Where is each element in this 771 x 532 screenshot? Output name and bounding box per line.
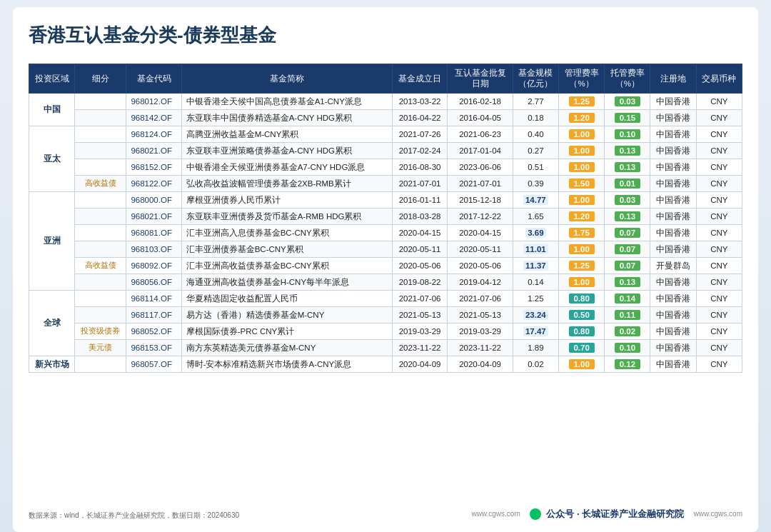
currency-cell: CNY	[696, 340, 742, 356]
size-cell: 0.14	[513, 274, 558, 291]
table-row: 新兴市场968057.OF博时-安本标准精选新兴市场债券A-CNY派息2020-…	[29, 356, 742, 373]
mgmt-fee-cell: 1.25	[558, 258, 604, 274]
currency-cell: CNY	[696, 258, 742, 274]
name-cell: 博时-安本标准精选新兴市场债券A-CNY派息	[181, 356, 392, 373]
table-row: 高收益债968122.OF弘收高收益波幅管理债券基金2XB-RMB累计2021-…	[29, 176, 742, 192]
name-cell: 东亚联丰亚洲策略债券基金A-CNY HDG累积	[181, 143, 392, 159]
code-cell: 968012.OF	[126, 94, 181, 110]
custody-fee-cell: 0.15	[605, 110, 650, 126]
footer: 数据来源：wind，长城证券产业金融研究院，数据日期：20240630 www.…	[29, 508, 742, 521]
name-cell: 东亚联丰中国债券精选基金A-CNY HDG累积	[181, 110, 392, 126]
currency-cell: CNY	[696, 274, 742, 291]
region-cell: 亚洲	[29, 192, 75, 291]
approve-date-cell: 2016-04-05	[448, 110, 513, 126]
custody-fee-cell: 0.03	[605, 94, 650, 110]
custody-fee-cell: 0.13	[605, 209, 650, 225]
subtype-cell	[75, 192, 126, 209]
reg-cell: 中国香港	[650, 176, 696, 192]
mgmt-fee-cell: 1.00	[558, 356, 604, 373]
footer-brand-label: 公众号 · 长城证券产业金融研究院	[546, 508, 684, 519]
currency-cell: CNY	[696, 225, 742, 241]
approve-date-cell: 2020-05-06	[448, 258, 513, 274]
size-cell: 2.77	[513, 94, 558, 110]
reg-cell: 中国香港	[650, 126, 696, 143]
name-cell: 中银香港全天候中国高息债券基金A1-CNY派息	[181, 94, 392, 110]
code-cell: 968153.OF	[126, 340, 181, 356]
reg-cell: 中国香港	[650, 307, 696, 323]
footer-brand: www.cgws.com 公众号 · 长城证券产业金融研究院 www.cgws.…	[471, 508, 742, 521]
approve-date-cell: 2020-04-09	[448, 356, 513, 373]
reg-cell: 开曼群岛	[650, 258, 696, 274]
subtype-cell	[75, 126, 126, 143]
subtype-cell	[75, 225, 126, 241]
custody-fee-cell: 0.10	[605, 340, 650, 356]
code-cell: 968124.OF	[126, 126, 181, 143]
approve-date-cell: 2017-01-04	[448, 143, 513, 159]
currency-cell: CNY	[696, 291, 742, 307]
size-cell: 0.27	[513, 143, 558, 159]
page-title: 香港互认基金分类-债券型基金	[29, 20, 742, 48]
reg-cell: 中国香港	[650, 94, 696, 110]
footer-brand-row: www.cgws.com 公众号 · 长城证券产业金融研究院 www.cgws.…	[471, 508, 742, 521]
mgmt-fee-cell: 1.00	[558, 143, 604, 159]
table-row: 美元债968153.OF南方东英精选美元债券基金M-CNY2023-11-222…	[29, 340, 742, 356]
region-cell: 亚太	[29, 126, 75, 192]
subtype-cell: 高收益债	[75, 258, 126, 274]
approve-date-cell: 2020-04-15	[448, 225, 513, 241]
size-cell: 0.02	[513, 356, 558, 373]
table-row: 968103.OF汇丰亚洲债券基金BC-CNY累积2020-05-112020-…	[29, 241, 742, 258]
mgmt-fee-cell: 1.25	[558, 94, 604, 110]
size-cell: 1.65	[513, 209, 558, 225]
col-header-custody: 托管费率（%）	[605, 64, 650, 94]
col-header-mgmt: 管理费率（%）	[558, 64, 604, 94]
region-cell: 全球	[29, 291, 75, 356]
currency-cell: CNY	[696, 126, 742, 143]
wechat-icon	[530, 508, 541, 520]
table-header-row: 投资区域 细分 基金代码 基金简称 基金成立日 互认基金批复日期 基金规模（亿元…	[29, 64, 742, 94]
approve-date-cell: 2020-05-11	[448, 241, 513, 258]
custody-fee-cell: 0.10	[605, 126, 650, 143]
currency-cell: CNY	[696, 143, 742, 159]
subtype-cell	[75, 241, 126, 258]
code-cell: 968122.OF	[126, 176, 181, 192]
reg-cell: 中国香港	[650, 143, 696, 159]
subtype-cell	[75, 209, 126, 225]
approve-date-cell: 2019-04-12	[448, 274, 513, 291]
name-cell: 南方东英精选美元债券基金M-CNY	[181, 340, 392, 356]
subtype-cell	[75, 94, 126, 110]
table-row: 968056.OF海通亚洲高收益债券基金H-CNY每半年派息2019-08-22…	[29, 274, 742, 291]
subtype-cell	[75, 159, 126, 176]
footer-url2: www.cgws.com	[694, 510, 742, 518]
mgmt-fee-cell: 1.75	[558, 225, 604, 241]
reg-cell: 中国香港	[650, 159, 696, 176]
table-row: 968142.OF东亚联丰中国债券精选基金A-CNY HDG累积2016-04-…	[29, 110, 742, 126]
found-date-cell: 2013-03-22	[392, 94, 448, 110]
subtype-cell	[75, 143, 126, 159]
code-cell: 968056.OF	[126, 274, 181, 291]
mgmt-fee-cell: 1.00	[558, 241, 604, 258]
subtype-cell	[75, 307, 126, 323]
reg-cell: 中国香港	[650, 110, 696, 126]
mgmt-fee-cell: 1.20	[558, 110, 604, 126]
approve-date-cell: 2023-06-06	[448, 159, 513, 176]
size-cell: 0.40	[513, 126, 558, 143]
custody-fee-cell: 0.13	[605, 143, 650, 159]
table-row: 968021.OF东亚联丰亚洲债券及货币基金A-RMB HDG累积2018-03…	[29, 209, 742, 225]
found-date-cell: 2020-05-06	[392, 258, 448, 274]
size-cell: 17.47	[513, 323, 558, 340]
custody-fee-cell: 0.07	[605, 241, 650, 258]
reg-cell: 中国香港	[650, 323, 696, 340]
size-cell: 1.25	[513, 291, 558, 307]
code-cell: 968021.OF	[126, 143, 181, 159]
subtype-cell: 美元债	[75, 340, 126, 356]
found-date-cell: 2023-11-22	[392, 340, 448, 356]
subtype-cell	[75, 110, 126, 126]
code-cell: 968081.OF	[126, 225, 181, 241]
approve-date-cell: 2021-07-01	[448, 176, 513, 192]
found-date-cell: 2021-07-26	[392, 126, 448, 143]
currency-cell: CNY	[696, 94, 742, 110]
table-row: 亚太968124.OF高腾亚洲收益基金M-CNY累积2021-07-262021…	[29, 126, 742, 143]
found-date-cell: 2019-08-22	[392, 274, 448, 291]
name-cell: 摩根亚洲债券人民币累计	[181, 192, 392, 209]
found-date-cell: 2021-07-01	[392, 176, 448, 192]
